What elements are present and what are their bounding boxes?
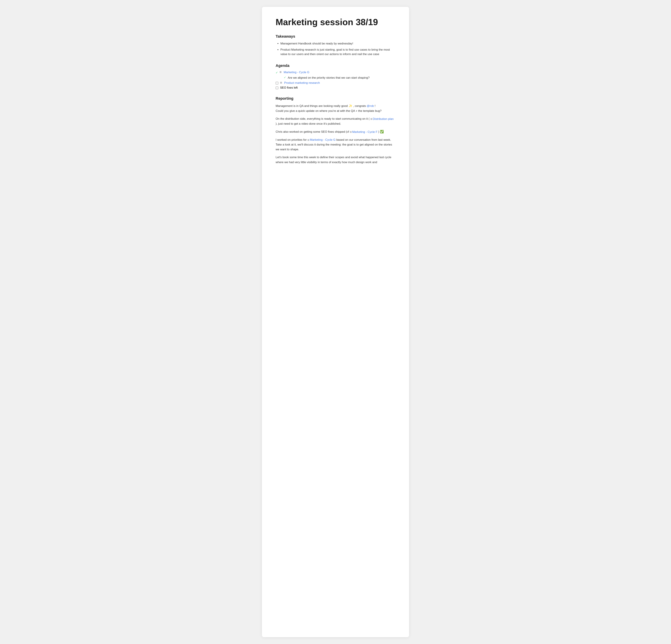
- reporting-priorities-text-1: I worked on priorities for: [276, 138, 307, 141]
- checkbox-emoji: ✅: [380, 130, 384, 133]
- agenda-subitem: ✓ Are we aligned on the priority stories…: [276, 76, 395, 80]
- page-title: Marketing session 38/19: [276, 17, 395, 27]
- reporting-seo-text-1: Chris also worked on getting some SEO fi…: [276, 130, 350, 133]
- marketing-cycle-g-ref: ⊞ Marketing - Cycle G: [307, 138, 336, 142]
- agenda-link-marketing-cycle-g[interactable]: Marketing - Cycle G: [284, 70, 309, 74]
- reporting-paragraph-1: Management is in QA and things are looki…: [276, 103, 395, 113]
- agenda-heading: Agenda: [276, 63, 395, 68]
- takeaways-list: Management Handbook should be ready by w…: [276, 41, 395, 56]
- agenda-item-marketing-cycle-g: ✓ ⊞ Marketing - Cycle G: [276, 70, 395, 74]
- notion-ref-icon: ⊞: [370, 117, 372, 121]
- notion-page-icon: ⊞: [280, 70, 282, 73]
- agenda-seo-text: SEO fixes left: [280, 86, 298, 89]
- marketing-cycle-f-link[interactable]: Marketing - Cycle F: [352, 130, 377, 134]
- takeaways-section: Takeaways Management Handbook should be …: [276, 34, 395, 56]
- distribution-plan-ref: ⊞ Distribution plan: [370, 117, 394, 121]
- sparkle-emoji: ✨: [349, 104, 352, 107]
- notion-page-icon-2: ⊞: [280, 81, 282, 84]
- check-icon: ✓: [276, 71, 278, 74]
- reporting-paragraph-3: Chris also worked on getting some SEO fi…: [276, 129, 395, 134]
- reporting-text-management: Management is in QA and things are looki…: [276, 104, 349, 107]
- reporting-text-qa: Could you give a quick update on where y…: [276, 109, 381, 113]
- list-item: Management Handbook should be ready by w…: [280, 41, 395, 46]
- agenda-list: ✓ ⊞ Marketing - Cycle G ✓ Are we aligned…: [276, 70, 395, 90]
- checkbox-empty-icon-2: [276, 87, 278, 89]
- reporting-section: Reporting Management is in QA and things…: [276, 96, 395, 165]
- marketing-cycle-f-ref: ⊞ Marketing - Cycle F: [350, 130, 377, 134]
- reporting-seo-text-2: ): [378, 130, 380, 133]
- agenda-section: Agenda ✓ ⊞ Marketing - Cycle G ✓ Are we …: [276, 63, 395, 90]
- page-container: Marketing session 38/19 Takeaways Manage…: [262, 7, 409, 637]
- marketing-cycle-g-link[interactable]: Marketing - Cycle G: [310, 138, 336, 142]
- takeaways-heading: Takeaways: [276, 34, 395, 39]
- reporting-text-exclaim: !: [375, 104, 376, 107]
- mention-rob: @rob: [367, 104, 374, 107]
- reporting-paragraph-5: Let's book some time this week to define…: [276, 155, 395, 165]
- list-item: Product Marketing research is just start…: [280, 48, 395, 56]
- checkbox-empty-icon: [276, 82, 278, 85]
- reporting-book-text: Let's book some time this week to define…: [276, 156, 391, 164]
- notion-ref-icon-2: ⊞: [350, 130, 352, 134]
- reporting-distribution-text-2: ), just need to get a video done once it…: [276, 122, 341, 125]
- agenda-item-product-marketing: ⊞ Product marketing research: [276, 81, 395, 85]
- reporting-heading: Reporting: [276, 96, 395, 101]
- reporting-text-congrats: , congrats: [353, 104, 367, 107]
- agenda-subitem-text: Are we aligned on the priority stories t…: [288, 76, 369, 80]
- agenda-item-seo: SEO fixes left: [276, 86, 395, 89]
- reporting-distribution-text-1: On the distribution side, everything is …: [276, 117, 370, 120]
- reporting-paragraph-2: On the distribution side, everything is …: [276, 116, 395, 126]
- notion-ref-icon-3: ⊞: [307, 138, 309, 142]
- distribution-plan-link[interactable]: Distribution plan: [373, 117, 394, 121]
- reporting-paragraph-4: I worked on priorities for ⊞ Marketing -…: [276, 138, 395, 152]
- check-icon-sub: ✓: [284, 76, 286, 79]
- agenda-link-product-marketing[interactable]: Product marketing research: [284, 81, 320, 85]
